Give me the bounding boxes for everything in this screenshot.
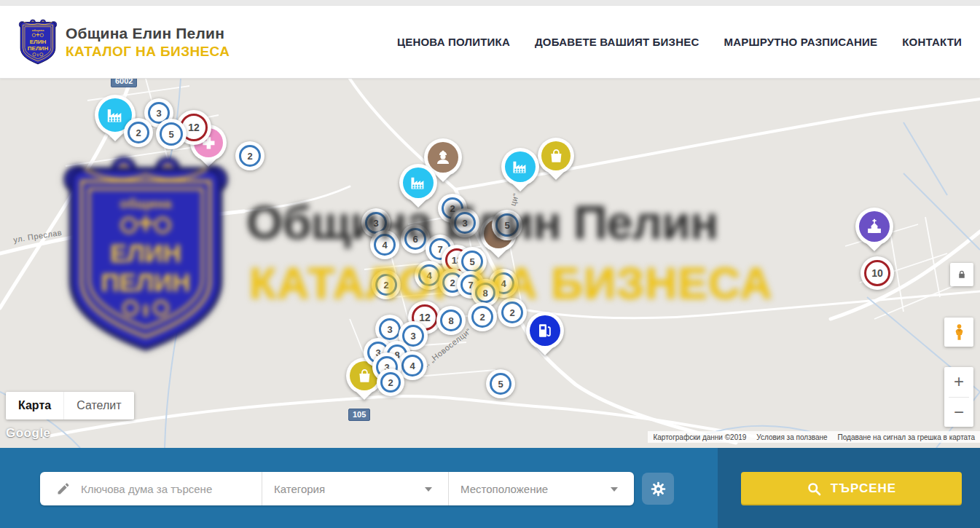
cluster-marker[interactable]: 2 <box>498 298 527 327</box>
cluster-marker[interactable]: 2 <box>468 302 497 331</box>
cluster-marker[interactable]: 5 <box>492 210 522 240</box>
keyword-input[interactable] <box>81 483 248 495</box>
search-group: Категория Местоположение <box>40 472 634 505</box>
pin-factory[interactable] <box>501 148 539 186</box>
brand-text: Община Елин Пелин КАТАЛОГ НА БИЗНЕСА <box>66 25 230 60</box>
search-bar: Категория Местоположение <box>0 448 980 528</box>
cluster-marker[interactable]: 2 <box>377 369 404 396</box>
search-icon <box>807 481 822 497</box>
site-subtitle: КАТАЛОГ НА БИЗНЕСА <box>66 44 230 60</box>
zoom-control: + − <box>944 367 973 427</box>
zoom-in-button[interactable]: + <box>944 367 973 397</box>
chevron-down-icon <box>425 487 432 492</box>
advanced-search-button[interactable] <box>642 473 674 505</box>
svg-text:ПЕЛИН: ПЕЛИН <box>28 45 49 52</box>
map-type-control: Карта Сателит <box>6 392 134 419</box>
top-strip <box>0 0 980 6</box>
keyword-section <box>40 472 262 505</box>
pegman-icon <box>949 323 969 342</box>
attribution-data: Картографски данни ©2019 <box>648 433 751 441</box>
pin-church[interactable] <box>855 208 893 245</box>
gear-icon <box>649 480 667 498</box>
cluster-marker[interactable]: 5 <box>486 369 515 398</box>
cluster-marker[interactable]: 10 <box>861 256 894 290</box>
search-button-label: ТЪРСЕНЕ <box>831 481 896 496</box>
cluster-marker[interactable]: 3 <box>450 208 479 237</box>
chevron-down-icon <box>611 487 618 492</box>
pencil-icon <box>56 481 71 496</box>
municipality-logo: община ЕЛИН ПЕЛИН <box>18 19 58 66</box>
search-button[interactable]: ТЪРСЕНЕ <box>741 472 962 505</box>
attribution-terms-link[interactable]: Условия за ползване <box>751 433 832 441</box>
location-label: Местоположение <box>460 483 548 495</box>
zoom-out-button[interactable]: − <box>944 398 973 427</box>
cluster-marker[interactable]: 2 <box>372 270 401 299</box>
cluster-marker[interactable]: 4 <box>370 230 399 259</box>
pin-bag[interactable] <box>538 138 574 174</box>
location-select[interactable]: Местоположение <box>448 472 634 505</box>
nav-pricing[interactable]: ЦЕНОВА ПОЛИТИКА <box>397 36 510 48</box>
category-label: Категория <box>274 483 325 495</box>
map-canvas[interactable]: 6002105ул. Преславбул. „Новоселци“ци“ 31… <box>0 79 980 448</box>
lock-button[interactable] <box>950 263 973 286</box>
nav-contacts[interactable]: КОНТАКТИ <box>902 36 962 48</box>
attribution-report-link[interactable]: Подаване на сигнал за грешка в картата <box>833 433 980 441</box>
main-nav: ЦЕНОВА ПОЛИТИКА ДОБАВЕТЕ ВАШИЯТ БИЗНЕС М… <box>397 6 962 78</box>
cluster-marker[interactable]: 8 <box>436 306 466 335</box>
nav-add-business[interactable]: ДОБАВЕТЕ ВАШИЯТ БИЗНЕС <box>535 36 699 48</box>
nav-route-schedule[interactable]: МАРШРУТНО РАЗПИСАНИЕ <box>724 36 877 48</box>
cluster-marker[interactable]: 2 <box>124 118 153 147</box>
category-select[interactable]: Категория <box>262 472 448 505</box>
pin-fuel[interactable] <box>526 312 564 350</box>
map-attribution: Картографски данни ©2019 Условия за полз… <box>648 431 980 443</box>
google-logo[interactable]: Google <box>6 426 51 441</box>
header: община ЕЛИН ПЕЛИН Община Елин Пелин КАТА… <box>0 6 980 79</box>
map-type-map-button[interactable]: Карта <box>6 392 63 419</box>
lock-icon <box>957 269 967 280</box>
pin-factory[interactable] <box>399 164 437 202</box>
brand[interactable]: община ЕЛИН ПЕЛИН Община Елин Пелин КАТА… <box>18 19 230 66</box>
cluster-marker[interactable]: 5 <box>156 119 187 149</box>
road-badge: 105 <box>348 409 370 421</box>
road-badge: 6002 <box>111 79 137 87</box>
page: община ЕЛИН ПЕЛИН Община Елин Пелин КАТА… <box>0 0 980 528</box>
cluster-marker[interactable]: 2 <box>235 141 264 170</box>
svg-text:община: община <box>32 28 44 31</box>
site-title: Община Елин Пелин <box>66 25 230 42</box>
map-type-satellite-button[interactable]: Сателит <box>63 392 133 419</box>
svg-text:ЕЛИН: ЕЛИН <box>30 39 47 45</box>
pegman-button[interactable] <box>944 318 973 347</box>
